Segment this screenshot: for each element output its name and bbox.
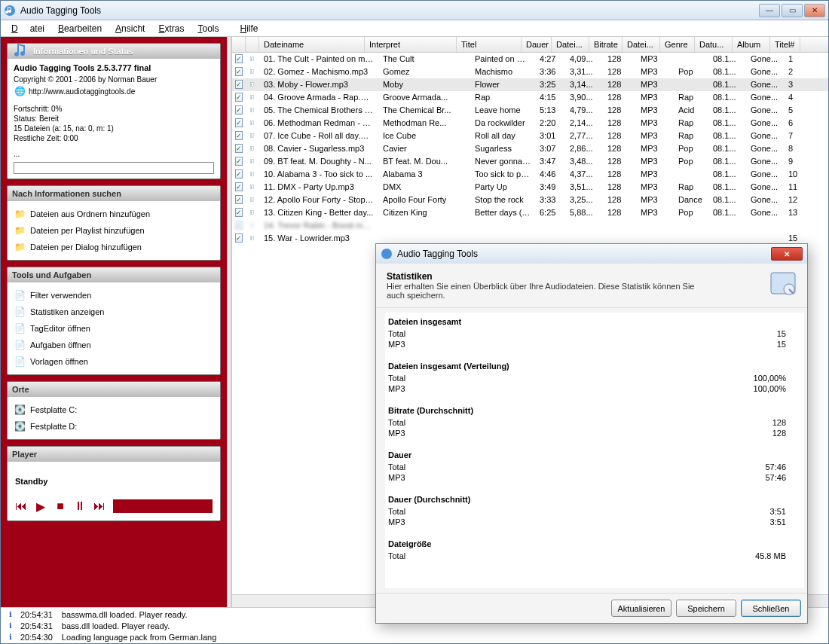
- checkbox[interactable]: ✓: [235, 105, 243, 114]
- checkbox[interactable]: ✓: [235, 93, 243, 102]
- save-button[interactable]: Speichern: [676, 600, 736, 617]
- menu-datei[interactable]: Datei: [5, 22, 50, 35]
- search-panel-header: Nach Informationen suchen: [8, 186, 220, 201]
- sidebar-item[interactable]: 💽Festplatte D:: [14, 418, 214, 435]
- col-type[interactable]: Datei...: [623, 37, 660, 52]
- audio-file-icon: [250, 79, 255, 90]
- progress-text: Fortschritt: 0%: [14, 104, 214, 114]
- stat-section-header: Dauer: [385, 446, 804, 462]
- sidebar-item[interactable]: 📁Dateien aus Ordnern hinzufügen: [14, 206, 214, 222]
- minimize-button[interactable]: —: [759, 4, 780, 17]
- info-icon: ℹ: [5, 621, 16, 631]
- player-prev-button[interactable]: ⏮: [15, 501, 27, 511]
- checkbox[interactable]: ✓: [235, 208, 243, 217]
- table-row[interactable]: ✓03. Moby - Flower.mp3MobyFlower3:253,14…: [232, 78, 828, 91]
- checkbox[interactable]: ✓: [235, 221, 243, 230]
- table-row[interactable]: ✓13. Citizen King - Better day...Citizen…: [232, 206, 828, 219]
- table-row[interactable]: ✓14. Trevor Rabin - Boost me...: [232, 219, 828, 232]
- stat-row: Total45.8 MB: [385, 551, 804, 561]
- dialog-title-bar[interactable]: Audio Tagging Tools ✕: [376, 244, 807, 264]
- col-artist[interactable]: Interpret: [365, 37, 457, 52]
- table-row[interactable]: ✓12. Apollo Four Forty - Stop ...Apollo …: [232, 194, 828, 206]
- dialog-close-button[interactable]: ✕: [771, 247, 803, 261]
- stat-section-header: Dateien insgesamt: [385, 313, 804, 328]
- table-row[interactable]: ✓11. DMX - Party Up.mp3DMXParty Up3:493,…: [232, 181, 828, 194]
- info-panel-header: Informationen und Status: [8, 44, 220, 59]
- svg-rect-2: [250, 69, 253, 73]
- sidebar-item[interactable]: 📄Filter verwenden: [14, 287, 214, 304]
- player-stop-button[interactable]: ■: [54, 501, 66, 511]
- checkbox[interactable]: ✓: [235, 67, 243, 76]
- product-url[interactable]: 🌐http://www.audiotaggingtools.de: [14, 84, 214, 98]
- stat-row: MP3100,00%: [385, 383, 804, 394]
- player-play-button[interactable]: ▶: [35, 501, 47, 511]
- col-genre[interactable]: Genre: [660, 37, 695, 52]
- menu-ansicht[interactable]: Ansicht: [109, 22, 151, 35]
- col-bitrate[interactable]: Bitrate: [589, 37, 623, 52]
- table-row[interactable]: ✓09. BT feat. M. Doughty - N...BT feat. …: [232, 155, 828, 168]
- checkbox[interactable]: ✓: [235, 118, 243, 127]
- sidebar-item[interactable]: 📁Dateien per Playlist hinzufügen: [14, 222, 214, 239]
- checkbox[interactable]: ✓: [235, 233, 243, 243]
- checkbox[interactable]: ✓: [235, 169, 243, 179]
- dialog-header: Statistiken Hier erhalten Sie einen Über…: [376, 264, 807, 308]
- col-date[interactable]: Datu...: [695, 37, 733, 52]
- stat-row: MP3128: [385, 428, 804, 438]
- menu-bearbeiten[interactable]: Bearbeiten: [52, 22, 108, 35]
- sidebar-item[interactable]: 📄TagEditor öffnen: [14, 320, 214, 337]
- checkbox[interactable]: ✓: [235, 195, 243, 204]
- close-button[interactable]: ✕: [804, 4, 825, 17]
- col-filename[interactable]: Dateiname: [259, 37, 365, 52]
- audio-file-icon: [250, 220, 255, 230]
- sidebar-item[interactable]: 📄Aufgaben öffnen: [14, 337, 214, 353]
- col-album[interactable]: Album: [733, 37, 770, 52]
- statistics-dialog: Audio Tagging Tools ✕ Statistiken Hier e…: [375, 243, 808, 624]
- player-seek-bar[interactable]: [113, 499, 213, 513]
- table-row[interactable]: ✓06. Methodman Redman - D...Methodman Re…: [232, 117, 828, 130]
- title-bar[interactable]: Audio Tagging Tools — ▭ ✕: [1, 1, 828, 20]
- checkbox[interactable]: ✓: [235, 131, 243, 140]
- stat-section-header: Dateigröße: [385, 535, 804, 551]
- search-panel: Nach Informationen suchen 📁Dateien aus O…: [7, 185, 221, 261]
- player-panel-header: Player: [8, 447, 220, 462]
- stat-section-header: Bitrate (Durchschnitt): [385, 401, 804, 417]
- table-row[interactable]: ✓05. The Chemical Brothers - ...The Chem…: [232, 104, 828, 117]
- checkbox[interactable]: ✓: [235, 54, 243, 63]
- menu-extras[interactable]: Extras: [152, 22, 190, 35]
- progress-bar: [14, 162, 214, 174]
- log-row: ℹ20:54:30Loading language pack from Germ…: [5, 631, 824, 642]
- sidebar-item[interactable]: 💽Festplatte C:: [14, 401, 214, 418]
- globe-icon: 🌐: [14, 85, 26, 97]
- col-title[interactable]: Titel: [457, 37, 522, 52]
- table-row[interactable]: ✓02. Gomez - Machismo.mp3GomezMachismo3:…: [232, 66, 828, 78]
- col-size[interactable]: Datei...: [552, 37, 589, 52]
- refresh-button[interactable]: Aktualisieren: [611, 600, 671, 617]
- checkbox[interactable]: ✓: [235, 144, 243, 153]
- close-dialog-button[interactable]: Schließen: [741, 600, 801, 617]
- maximize-button[interactable]: ▭: [782, 4, 803, 17]
- drive-icon: 💽: [14, 404, 26, 416]
- col-duration[interactable]: Dauer: [522, 37, 552, 52]
- menu-hilfe[interactable]: Hilfe: [234, 22, 265, 35]
- checkbox[interactable]: ✓: [235, 157, 243, 166]
- menu-tools[interactable]: Tools: [192, 22, 225, 35]
- table-row[interactable]: ✓07. Ice Cube - Roll all day.mp3Ice Cube…: [232, 130, 828, 142]
- sidebar-item[interactable]: 📁Dateien per Dialog hinzufügen: [14, 239, 214, 255]
- tools-panel-header: Tools und Aufgaben: [8, 267, 220, 282]
- statistics-list[interactable]: Dateien insgesamtTotal15MP315Dateien ins…: [385, 313, 804, 588]
- stat-section-header: Dateien insgesamt (Verteilung): [385, 357, 804, 373]
- col-track[interactable]: Titel#: [770, 37, 800, 52]
- sidebar-item[interactable]: 📄Vorlagen öffnen: [14, 353, 214, 370]
- stat-row: MP33:51: [385, 517, 804, 527]
- info-panel: Informationen und Status Audio Tagging T…: [7, 43, 221, 179]
- checkbox[interactable]: ✓: [235, 80, 243, 89]
- sidebar-item[interactable]: 📄Statistiken anzeigen: [14, 304, 214, 320]
- table-row[interactable]: ✓08. Cavier - Sugarless.mp3CavierSugarle…: [232, 142, 828, 155]
- checkbox[interactable]: ✓: [235, 182, 243, 191]
- table-row[interactable]: ✓04. Groove Armada - Rap.mp3Groove Armad…: [232, 91, 828, 104]
- table-row[interactable]: ✓10. Alabama 3 - Too sick to ...Alabama …: [232, 168, 828, 181]
- player-pause-button[interactable]: ⏸: [74, 501, 86, 511]
- svg-rect-14: [250, 223, 253, 227]
- player-next-button[interactable]: ⏭: [93, 501, 106, 511]
- table-row[interactable]: ✓01. The Cult - Painted on my...The Cult…: [232, 53, 828, 66]
